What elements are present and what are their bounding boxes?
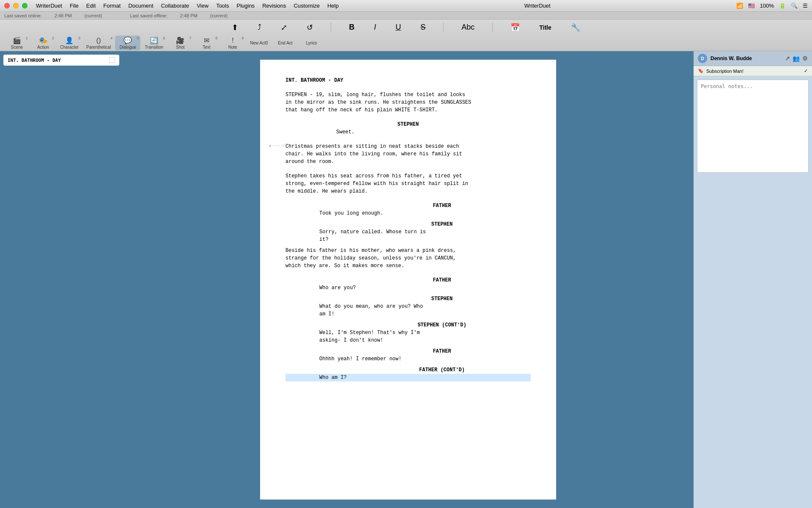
battery-icon: 🔋 (779, 3, 786, 9)
menu-view[interactable]: View (197, 3, 208, 9)
notes-area (694, 76, 812, 508)
note-tool-label: Note (228, 45, 237, 50)
bold-button[interactable]: B (346, 21, 358, 33)
action-text-3b: strong, even-tempered fellow with his st… (285, 180, 531, 188)
paren-tool-num: 4 (110, 36, 112, 40)
new-act-button[interactable]: New Act0 (246, 36, 272, 50)
menu-writerduet[interactable]: WriterDuet (36, 3, 62, 9)
dialogue-block-stephen-contd: STEPHEN (CONT'D) Well, I'm Stephen! That… (285, 321, 531, 344)
lyrics-label: Lyrics (306, 41, 317, 45)
note-tool-button[interactable]: 9 ! Note (220, 36, 245, 50)
personal-notes-input[interactable] (697, 80, 809, 173)
dialogue-tool-button[interactable]: 5 💬 Dialogue (115, 36, 140, 50)
offline-save-label: Last saved offline: (130, 13, 167, 18)
strikethrough-button[interactable]: S (417, 21, 429, 33)
end-act-label: End Act (278, 41, 292, 45)
offline-save-status: (current) (210, 13, 228, 18)
dialogue-block-1: STEPHEN Sweet. (285, 121, 531, 136)
subscription-banner: 🔖 Subscription Man! ✓ (694, 66, 812, 76)
title-button[interactable]: Title (536, 22, 555, 33)
action-tool-button[interactable]: 2 🎭 Action (30, 36, 56, 50)
transition-tool-button[interactable]: 6 🔄 Transition (141, 36, 167, 50)
italic-button[interactable]: I (370, 21, 379, 33)
character-father-3: FATHER (285, 348, 531, 355)
menu-icon[interactable]: ☰ (803, 3, 808, 9)
offline-save-time: 2:48 PM (180, 13, 198, 18)
share-panel-icon[interactable]: ↗ (785, 55, 790, 62)
share-button[interactable]: ⤴ (254, 21, 265, 33)
menu-collaborate[interactable]: Collaborate (161, 3, 189, 9)
scene-heading-block: INT. BATHROOM - DAY (285, 77, 531, 84)
action-text-4a: Beside his father is his mother, who wea… (285, 247, 531, 254)
menu-customize[interactable]: Customize (294, 3, 319, 9)
action-text-2c: around the room. (285, 158, 531, 166)
shot-tool-icon: 🎥 (176, 36, 184, 44)
traffic-lights (4, 3, 27, 8)
action-block-2: ↺ ··· ○ Christmas presents are sitting i… (285, 143, 531, 166)
gear-icon[interactable]: ⚙ (802, 55, 808, 62)
toolbar-sep3 (492, 22, 493, 33)
note-tool-icon: ! (232, 37, 233, 44)
scene-heading-text: INT. BATHROOM - DAY (285, 77, 531, 84)
dialogue-father-1: Took you long enough. (285, 210, 531, 217)
menu-edit[interactable]: Edit (86, 3, 96, 9)
underline-button[interactable]: U (392, 21, 404, 33)
menu-format[interactable]: Format (103, 3, 121, 9)
scene-tool-label: Scene (11, 45, 23, 50)
scene-tool-button[interactable]: 1 🎬 Scene (4, 36, 30, 50)
transition-tool-label: Transition (145, 45, 164, 50)
menu-tools[interactable]: Tools (216, 3, 229, 9)
lyrics-button[interactable]: Lyrics (299, 36, 324, 50)
menu-plugins[interactable]: Plugins (236, 3, 255, 9)
ellipsis-icon: ··· (273, 143, 280, 149)
character-father-1: FATHER (285, 202, 531, 210)
character-father-contd: FATHER (CONT'D) (285, 366, 531, 374)
action-tool-label: Action (37, 45, 49, 50)
note-tool-num: 9 (241, 36, 244, 40)
character-stephen-2: STEPHEN (285, 221, 531, 228)
character-father-2: FATHER (285, 276, 531, 284)
maximize-button[interactable] (22, 3, 27, 8)
dialogue-stephen-1: Sweet. (285, 128, 531, 136)
minimize-button[interactable] (13, 3, 19, 8)
search-icon[interactable]: 🔍 (791, 3, 798, 9)
text-tool-button[interactable]: 8 ✉ Text (194, 36, 219, 50)
right-panel-header: D Dennis W. Budde ↗ 👥 ⚙ (694, 51, 812, 66)
parenthetical-tool-button[interactable]: 4 () Parenthetical (83, 36, 114, 50)
menu-bar: WriterDuet File Edit Format Document Col… (36, 3, 339, 9)
shot-tool-button[interactable]: 7 🎥 Shot (167, 36, 193, 50)
action-text-1c: that hang off the neck of his plain WHIT… (285, 106, 531, 114)
menu-document[interactable]: Document (128, 3, 153, 9)
script-area[interactable]: INT. BATHROOM - DAY STEPHEN - 19, slim, … (123, 51, 694, 508)
menu-revisions[interactable]: Revisions (262, 3, 286, 9)
dialogue-block-stephen-2: STEPHEN Sorry, nature called. Whose turn… (285, 221, 531, 243)
scene-tool-num: 1 (26, 36, 28, 40)
font-button[interactable]: Abc (458, 21, 478, 33)
dialogue-stephen-3b: am I! (285, 310, 531, 318)
action-block-1: STEPHEN - 19, slim, long hair, flushes t… (285, 91, 531, 114)
dialogue-father-3: Ohhhh yeah! I remember now! (285, 355, 531, 363)
refresh-button[interactable]: ↺ (303, 21, 316, 34)
dialogue-block-father-3: FATHER Ohhhh yeah! I remember now! (285, 348, 531, 363)
people-icon[interactable]: 👥 (793, 55, 800, 62)
toolbar-bottom: 1 🎬 Scene 2 🎭 Action 3 👤 Character 4 () … (0, 36, 812, 51)
end-act-button[interactable]: End Act (272, 36, 298, 50)
action-text-2a: Christmas presents are sitting in neat s… (285, 143, 531, 150)
action-text-3a: Stephen takes his seat across from his f… (285, 172, 531, 180)
character-tool-button[interactable]: 3 👤 Character (57, 36, 82, 50)
fullscreen-button[interactable]: ⤢ (277, 21, 291, 34)
scene-list-item[interactable]: INT. BATHROOM - DAY (3, 55, 119, 66)
close-button[interactable] (4, 3, 10, 8)
upload-button[interactable]: ⬆ (228, 21, 241, 34)
right-panel: D Dennis W. Budde ↗ 👥 ⚙ 🔖 Subscription M… (694, 51, 812, 508)
dialogue-stephen-2b: it? (285, 236, 531, 243)
calendar-button[interactable]: 📅 (507, 21, 523, 34)
scene-checkbox[interactable] (109, 57, 115, 63)
menu-file[interactable]: File (70, 3, 79, 9)
settings-button[interactable]: 🔧 (568, 21, 584, 34)
text-tool-icon: ✉ (204, 36, 209, 44)
text-tool-label: Text (203, 45, 210, 50)
bookmark-icon: 🔖 (698, 68, 704, 74)
menu-help[interactable]: Help (327, 3, 339, 9)
main-layout: INT. BATHROOM - DAY INT. BATHROOM - DAY … (0, 51, 812, 508)
